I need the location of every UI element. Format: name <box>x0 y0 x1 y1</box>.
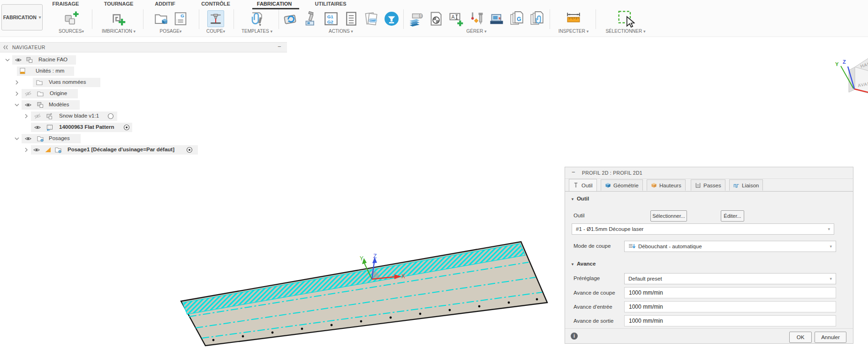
rename-text-icon[interactable]: A <box>448 10 465 27</box>
ok-button[interactable]: OK <box>789 332 812 343</box>
tab-hauteurs[interactable]: Hauteurs <box>647 179 686 191</box>
minimize-panel-icon[interactable]: − <box>278 43 281 50</box>
preset-select[interactable]: Default preset ▾ <box>624 273 836 284</box>
eye-icon[interactable] <box>24 101 32 109</box>
tool-select[interactable]: #1 - Ø1.5mm Découpe laser ▾ <box>572 223 834 235</box>
ribbon-toolbar: FABRICATION ▾ FRAISAGE TOURNAGE ADDITIF … <box>0 0 868 37</box>
workspace-switcher-button[interactable]: FABRICATION ▾ <box>1 4 43 30</box>
profil-2d-dialog: − PROFIL 2D : PROFIL 2D1 Outil Géométrie… <box>565 167 853 344</box>
tree-row-snow-blade[interactable]: Snow blade v1:1 <box>0 111 287 122</box>
tree-row-unites[interactable]: Unités : mm <box>0 66 287 77</box>
chevron-right-icon[interactable] <box>13 90 21 97</box>
group-selectionner: SÉLECTIONNER ▾ <box>598 9 653 34</box>
measure-ruler-icon[interactable] <box>565 10 582 27</box>
chevron-down-icon[interactable] <box>13 135 21 142</box>
laser-cutting-icon[interactable] <box>208 11 223 26</box>
active-tool-highlight <box>207 10 224 27</box>
tab-utilitaires[interactable]: UTILITAIRES <box>305 1 356 7</box>
collapse-panel-icon[interactable] <box>2 44 9 51</box>
group-divider <box>596 9 596 29</box>
tab-geometrie[interactable]: Géométrie <box>601 179 643 191</box>
template-documents-icon[interactable] <box>528 10 545 27</box>
dialog-title-bar[interactable]: − PROFIL 2D : PROFIL 2D1 <box>565 167 853 179</box>
tool-tab-icon <box>573 182 579 188</box>
tree-row-origine[interactable]: Origine <box>0 88 287 99</box>
svg-text:G1: G1 <box>327 14 333 19</box>
export-dmp-icon[interactable]: DMP <box>363 10 380 27</box>
eye-icon[interactable] <box>15 56 22 64</box>
template-icon[interactable] <box>249 11 265 27</box>
tab-outil[interactable]: Outil <box>569 179 597 191</box>
view-cube[interactable]: HAUT AVANT Y Z <box>835 56 868 96</box>
tab-label: Outil <box>581 183 593 188</box>
edit-tool-button[interactable]: Éditer... <box>721 210 744 222</box>
section-header-avance[interactable]: ▼Avance <box>571 261 596 267</box>
tab-liaison[interactable]: Liaison <box>729 179 763 191</box>
axis-label-x: X <box>401 273 405 280</box>
radio-unselected-icon[interactable] <box>107 112 114 120</box>
tree-row-posage1[interactable]: Posage1 [Décalage d'usinage=Par défaut] <box>0 144 287 156</box>
chevron-right-icon[interactable] <box>23 146 30 154</box>
tab-label: Géométrie <box>613 183 639 188</box>
tree-row-posages[interactable]: Posages <box>0 133 287 144</box>
selection-box-icon[interactable] <box>616 9 635 28</box>
cancel-button[interactable]: Annuler <box>815 332 846 343</box>
eye-icon[interactable] <box>24 135 32 142</box>
eye-off-icon[interactable] <box>34 112 41 120</box>
nesting-icon[interactable] <box>111 11 127 27</box>
recipe-document-icon[interactable] <box>428 10 445 27</box>
eye-icon[interactable] <box>34 124 41 131</box>
tab-passes[interactable]: Passes <box>691 179 725 191</box>
svg-text:0: 0 <box>420 15 422 18</box>
folder-icon <box>36 79 43 86</box>
tab-additif[interactable]: ADDITIF <box>139 1 191 7</box>
radio-selected-icon[interactable] <box>123 124 130 131</box>
info-icon[interactable]: i <box>571 333 578 340</box>
machine-control-icon[interactable] <box>383 10 400 27</box>
tab-controle[interactable]: CONTRÔLE <box>190 1 242 7</box>
post-process-icon[interactable] <box>302 10 319 27</box>
cutting-mode-value: Débouchant - automatique <box>638 244 702 249</box>
tab-fraisage[interactable]: FRAISAGE <box>40 1 91 7</box>
section-header-outil[interactable]: ▼Outil <box>571 196 589 201</box>
flat-sheet-part[interactable] <box>181 242 547 346</box>
tree-row-vues-nommees[interactable]: Vues nommées <box>0 77 287 88</box>
lead-out-feedrate-input[interactable] <box>624 315 836 326</box>
tree-row-modeles[interactable]: Modèles <box>0 99 287 111</box>
cutting-feedrate-input[interactable] <box>624 287 836 298</box>
tool-label: Outil <box>574 213 585 218</box>
tab-fabrication[interactable]: FABRICATION <box>249 1 300 7</box>
cutting-mode-select[interactable]: Débouchant - automatique ▾ <box>624 241 836 252</box>
section-collapse-icon: ▼ <box>571 262 574 267</box>
machine-library-icon[interactable] <box>488 10 505 27</box>
chevron-down-icon[interactable] <box>4 56 11 64</box>
probe-tools-icon[interactable] <box>468 10 485 27</box>
setup-folder-icon <box>54 146 62 154</box>
radio-selected-icon[interactable] <box>186 146 193 154</box>
g1-g2-code-icon[interactable]: G1 G2 <box>323 10 340 27</box>
lead-in-feedrate-input[interactable] <box>624 301 836 312</box>
setup-sheet-icon[interactable] <box>343 10 360 27</box>
setup-sources-icon[interactable] <box>63 11 79 27</box>
eye-off-icon[interactable] <box>24 90 32 97</box>
setup-folder-icon[interactable] <box>153 11 169 27</box>
collapse-dialog-icon[interactable]: − <box>572 169 575 176</box>
eye-icon[interactable] <box>33 146 40 154</box>
chevron-right-icon[interactable] <box>13 79 21 86</box>
job-sheet-icon[interactable]: G <box>173 11 189 27</box>
simulate-icon[interactable] <box>282 10 299 27</box>
chevron-down-icon[interactable] <box>13 101 21 109</box>
group-divider <box>199 9 199 29</box>
tree-row-racine-fao[interactable]: Racine FAO <box>0 54 287 66</box>
tab-tournage[interactable]: TOURNAGE <box>93 1 144 7</box>
chevron-right-icon[interactable] <box>23 112 30 120</box>
tab-label: Liaison <box>742 183 759 188</box>
tool-library-icon[interactable]: 0 <box>408 10 424 27</box>
tool-select-value: #1 - Ø1.5mm Découpe laser <box>576 226 643 232</box>
tree-item-label: Snow blade v1:1 <box>59 113 99 119</box>
group-actions: G1 G2 DMP ACTIONS ▾ <box>280 9 401 34</box>
dropdown-caret-icon: ▾ <box>484 29 487 34</box>
select-tool-button[interactable]: Sélectionner... <box>650 210 687 222</box>
g-code-documents-icon[interactable]: G <box>508 10 525 27</box>
tree-row-flat-pattern[interactable]: 14000963 Flat Pattern <box>0 122 287 133</box>
